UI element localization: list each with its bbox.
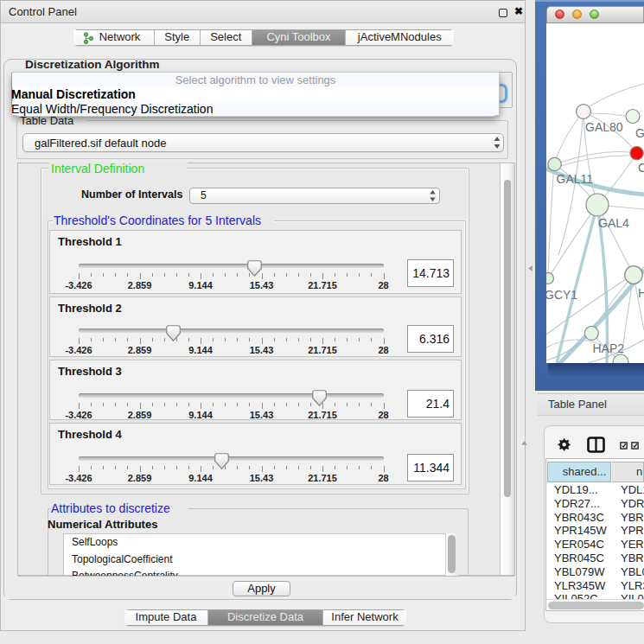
svg-text:GAL80: GAL80: [585, 120, 623, 134]
svg-text:GCY1: GCY1: [546, 288, 577, 302]
svg-text:GAL4: GAL4: [598, 216, 629, 230]
svg-text:C: C: [638, 161, 644, 175]
svg-text:GA: GA: [635, 126, 644, 140]
svg-text:GAL11: GAL11: [557, 172, 594, 186]
svg-text:H: H: [638, 286, 644, 300]
svg-text:HAP2: HAP2: [593, 341, 625, 355]
